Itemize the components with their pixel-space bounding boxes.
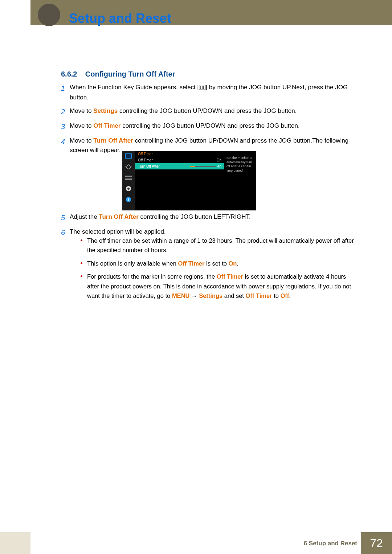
osd-row1-label: Off Timer xyxy=(138,158,153,162)
step-number: 1 xyxy=(61,83,70,103)
step-text: For products for the market in some regi… xyxy=(87,273,217,280)
step-text: controlling the JOG button UP/DOWN and p… xyxy=(118,107,297,114)
step-text: The off timer can be set within a range … xyxy=(87,237,354,253)
step-text: . xyxy=(289,292,291,299)
step-text: When the Function Key Guide appears, sel… xyxy=(70,84,199,91)
accent-text: Turn Off After xyxy=(93,137,133,144)
svg-rect-7 xyxy=(125,176,132,177)
chapter-title: Setup and Reset xyxy=(69,11,171,26)
accent-text: Settings xyxy=(93,107,118,114)
footer-left-block xyxy=(0,532,30,554)
header-left-block xyxy=(0,0,30,25)
svg-point-10 xyxy=(127,188,130,190)
svg-text:i: i xyxy=(128,198,129,202)
accent-text: Off Timer xyxy=(217,273,243,280)
accent-text: Off Timer xyxy=(178,260,204,267)
info-icon: i xyxy=(124,197,132,202)
osd-row1-value: On xyxy=(217,158,221,162)
note-item: The off timer can be set within a range … xyxy=(81,236,356,255)
step-number: 6 xyxy=(61,227,70,238)
step-text: ] by moving the JOG button UP. xyxy=(205,84,292,91)
step-number: 2 xyxy=(61,106,70,118)
step-text: Move to xyxy=(70,107,93,114)
step-text: and set xyxy=(222,292,245,299)
section-title: Configuring Turn Off After xyxy=(85,70,175,78)
step-text: The selected option will be applied. xyxy=(70,228,166,235)
note-item: For products for the market in some regi… xyxy=(81,272,356,300)
step-text: . xyxy=(237,260,238,267)
step-text: This option is only available when xyxy=(87,260,178,267)
gear-icon xyxy=(124,186,132,192)
osd-row-offtimer: Off Timer On xyxy=(135,157,224,163)
step-body: When the Function Key Guide appears, sel… xyxy=(70,83,356,103)
step-text: Move to xyxy=(70,122,93,129)
osd-row2-value: 4h xyxy=(217,164,221,168)
osd-screenshot: i Off Timer Off Timer On Turn Off After … xyxy=(122,151,256,210)
osd-row-turnoffafter: Turn Off After 4h xyxy=(135,163,224,169)
svg-rect-5 xyxy=(126,154,131,158)
list-icon xyxy=(124,175,132,181)
step-text: controlling the JOG button UP/DOWN and p… xyxy=(133,137,312,144)
osd-header-row: Off Timer xyxy=(135,151,224,157)
svg-rect-8 xyxy=(125,178,132,180)
osd-description: Set the monitor to automatically turn of… xyxy=(224,151,256,210)
screen-icon xyxy=(124,164,132,170)
section-number: 6.6.2 xyxy=(61,70,77,78)
accent-text: Off Timer xyxy=(93,122,121,129)
step-number: 5 xyxy=(61,212,70,223)
accent-text: On xyxy=(228,260,237,267)
step-text: → xyxy=(189,292,199,299)
accent-text: MENU xyxy=(172,292,190,299)
note-item: This option is only available when Off T… xyxy=(81,259,356,268)
notes-list: The off timer can be set within a range … xyxy=(81,236,356,304)
picture-icon xyxy=(124,153,132,159)
step-text: Move to xyxy=(70,137,93,144)
accent-text: Settings xyxy=(199,292,222,299)
footer-page-band: 72 xyxy=(361,532,392,554)
svg-marker-6 xyxy=(126,165,131,169)
accent-text: Turn Off After xyxy=(99,213,139,220)
step-text: controlling the JOG button LEFT/RIGHT. xyxy=(139,213,251,220)
menu-box-icon xyxy=(199,85,205,91)
osd-main: Off Timer Off Timer On Turn Off After 4h… xyxy=(135,151,256,210)
osd-header-label: Off Timer xyxy=(138,152,153,156)
step-text: to xyxy=(272,292,281,299)
footer-page-number: 72 xyxy=(370,537,383,550)
step-item: 2Move to Settings controlling the JOG bu… xyxy=(61,106,356,118)
chapter-circle xyxy=(38,4,60,26)
step-text: is set to xyxy=(204,260,228,267)
step-number: 4 xyxy=(61,136,70,155)
osd-row2-label: Turn Off After xyxy=(138,164,159,168)
step-body: Adjust the Turn Off After controlling th… xyxy=(70,212,356,223)
step-number: 3 xyxy=(61,121,70,132)
step-item: 3Move to Off Timer controlling the JOG b… xyxy=(61,121,356,132)
step-item: 5Adjust the Turn Off After controlling t… xyxy=(61,212,356,223)
step-item: 1When the Function Key Guide appears, se… xyxy=(61,83,356,103)
accent-text: Off Timer xyxy=(246,292,272,299)
osd-rail: i xyxy=(122,151,135,210)
step-body: Move to Off Timer controlling the JOG bu… xyxy=(70,121,356,132)
accent-text: Off xyxy=(281,292,289,299)
osd-slider-track xyxy=(190,166,216,167)
section-heading: 6.6.2 Configuring Turn Off After xyxy=(61,70,175,78)
step-text: Adjust the xyxy=(70,213,99,220)
steps-list: 1When the Function Key Guide appears, se… xyxy=(61,83,356,159)
footer-caption: 6 Setup and Reset xyxy=(304,540,357,547)
step-body: Move to Settings controlling the JOG but… xyxy=(70,106,356,118)
step-text: controlling the JOG button UP/DOWN and p… xyxy=(121,122,299,129)
